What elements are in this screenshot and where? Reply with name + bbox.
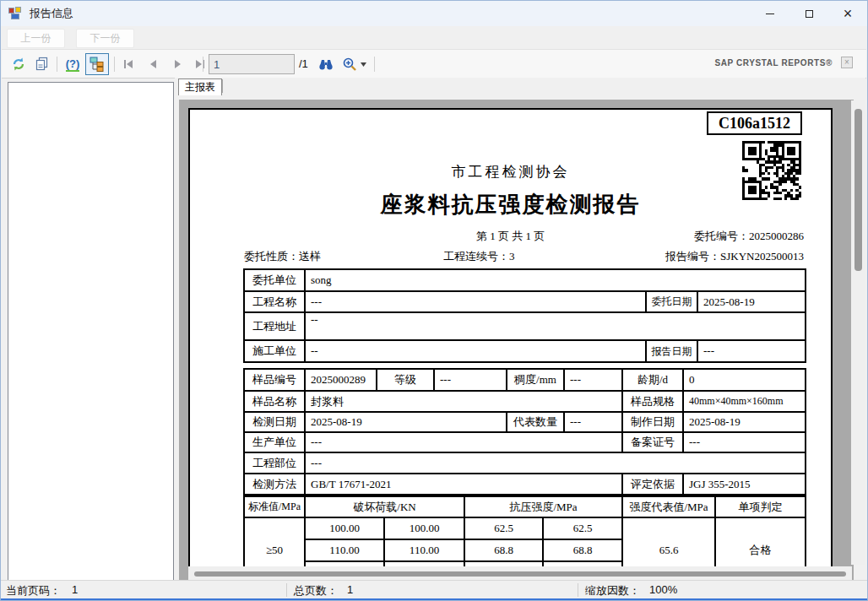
tab-strip: 主报表 — [175, 78, 865, 95]
close-button[interactable]: × — [828, 1, 867, 26]
cell-value: --- — [564, 412, 622, 432]
status-total-pages-label: 总页数： — [294, 583, 338, 598]
report-page: C106a1512 市工程检测协会 座浆料抗压强度检测报告 第 1 页 共 1 … — [188, 108, 833, 582]
cell-value: GB/T 17671-2021 — [305, 474, 622, 495]
table-row: 工程名称 --- 委托日期 2025-08-19 — [244, 291, 806, 312]
export-button[interactable] — [32, 54, 52, 74]
cell-value: 100.00 — [384, 517, 464, 539]
report-info-window: 报告信息 × 上一份 下一份 — [0, 0, 868, 601]
maximize-icon — [806, 10, 813, 18]
cell-value: 62.5 — [543, 517, 622, 539]
help-button[interactable]: (?) — [62, 54, 84, 74]
brand-box-icon: × — [841, 57, 853, 68]
cell-label: 报告日期 — [646, 340, 697, 362]
cell-label: 施工单位 — [244, 340, 305, 362]
cell-label: 龄期/d — [622, 369, 683, 391]
cell-value: 2025000289 — [305, 369, 377, 391]
next-page-icon — [174, 60, 182, 68]
first-page-button[interactable] — [119, 54, 138, 74]
minimize-button[interactable] — [751, 1, 789, 26]
refresh-button[interactable] — [9, 54, 28, 74]
zoom-dropdown-button[interactable] — [357, 54, 369, 74]
status-bar: 当前页码： 1 总页数： 1 缩放因数： 100% — [1, 580, 867, 598]
cell-value: 62.5 — [464, 517, 543, 539]
report-canvas: C106a1512 市工程检测协会 座浆料抗压强度检测报告 第 1 页 共 1 … — [179, 100, 854, 582]
cell-value: 2025-08-19 — [697, 291, 806, 312]
table-row: ≥50 100.00 100.00 62.5 62.5 65.6 合格 — [244, 517, 806, 539]
cell-value: --- — [305, 291, 646, 312]
zoom-button[interactable] — [340, 54, 359, 74]
minimize-icon — [766, 14, 774, 14]
maximize-button[interactable] — [789, 1, 828, 26]
cell-value: JGJ 355-2015 — [683, 474, 806, 495]
next-document-button[interactable]: 下一份 — [76, 29, 134, 48]
cell-label: 工程部位 — [244, 452, 305, 474]
window-accent-border — [1, 598, 867, 600]
cell-label: 生产单位 — [244, 432, 305, 452]
cell-value: song — [305, 269, 806, 291]
col-header: 抗压强度/MPa — [464, 496, 622, 517]
cell-value: 40mm×40mm×160mm — [683, 391, 806, 412]
cell-value: 68.8 — [464, 539, 543, 561]
cell-label: 检测日期 — [244, 412, 305, 432]
report-viewer: C106a1512 市工程检测协会 座浆料抗压强度检测报告 第 1 页 共 1 … — [179, 95, 865, 582]
cell-value: 100.00 — [305, 517, 384, 539]
cell-value: 68.8 — [543, 539, 622, 561]
viewer-toolbar: (?) — [2, 50, 866, 79]
cell-label: 代表数量 — [507, 412, 564, 432]
last-page-button[interactable] — [191, 54, 209, 74]
prev-page-button[interactable] — [144, 54, 162, 74]
cell-value: 封浆料 — [305, 391, 622, 412]
cell-value: --- — [697, 340, 806, 362]
vertical-scrollbar[interactable] — [851, 100, 865, 565]
cell-value: -- — [305, 312, 806, 340]
close-icon: × — [844, 5, 853, 23]
tab-main-report[interactable]: 主报表 — [178, 79, 222, 95]
group-tree-icon — [90, 57, 105, 72]
report-number: 报告编号：SJKYN202500013 — [665, 249, 804, 264]
window-title: 报告信息 — [30, 6, 73, 21]
prev-document-button[interactable]: 上一份 — [7, 29, 65, 48]
page-number-input[interactable] — [209, 54, 295, 74]
cell-value: --- — [564, 369, 622, 391]
group-tree-panel[interactable] — [8, 82, 174, 582]
help-icon: (?) — [66, 57, 80, 72]
horizontal-scrollbar-thumb[interactable] — [194, 571, 846, 577]
page-total-label: /1 — [299, 57, 308, 70]
report-code-box: C106a1512 — [707, 111, 802, 135]
group-tree-toggle-button[interactable] — [85, 53, 109, 75]
prev-document-label: 上一份 — [21, 31, 52, 46]
next-page-button[interactable] — [168, 54, 187, 74]
last-page-icon — [195, 60, 205, 68]
copy-pages-icon — [35, 57, 50, 72]
cell-value: --- — [434, 369, 507, 391]
cell-label: 检测方法 — [244, 474, 305, 495]
organization-name: 市工程检测协会 — [190, 162, 831, 181]
search-button[interactable] — [316, 54, 336, 74]
status-current-page-label: 当前页码： — [6, 583, 61, 598]
col-header: 破坏荷载/KN — [305, 496, 464, 517]
report-title: 座浆料抗压强度检测报告 — [190, 190, 831, 219]
cell-label: 制作日期 — [622, 412, 683, 432]
table-row: 工程地址 -- — [244, 312, 806, 340]
col-header: 标准值/MPa — [244, 496, 305, 517]
cell-label: 委托日期 — [646, 291, 697, 312]
first-page-icon — [123, 60, 133, 68]
cell-value: 2025-08-19 — [305, 412, 507, 432]
col-header: 单项判定 — [715, 496, 806, 517]
vertical-scrollbar-thumb[interactable] — [854, 109, 862, 271]
table-row: 委托单位 song — [244, 269, 806, 291]
cell-value: -- — [305, 340, 646, 362]
table-row: 检测方法 GB/T 17671-2021 评定依据 JGJ 355-2015 — [244, 474, 806, 495]
commission-number: 委托编号：2025000286 — [694, 229, 804, 244]
commission-type: 委托性质：送样 — [244, 249, 321, 264]
info-table-a: 委托单位 song 工程名称 --- 委托日期 2025-08-19 工程地址 … — [243, 268, 806, 363]
col-header: 强度代表值/MPa — [622, 496, 715, 517]
table-row: 生产单位 --- 备案证号 --- — [244, 432, 806, 452]
cell-value: 2025-08-19 — [683, 412, 806, 432]
cell-label: 委托单位 — [244, 269, 305, 291]
cell-value: 110.00 — [384, 539, 464, 561]
cell-value: 110.00 — [305, 539, 384, 561]
status-zoom-value: 100% — [649, 583, 677, 596]
table-row: 检测日期 2025-08-19 代表数量 --- 制作日期 2025-08-19 — [244, 412, 806, 432]
